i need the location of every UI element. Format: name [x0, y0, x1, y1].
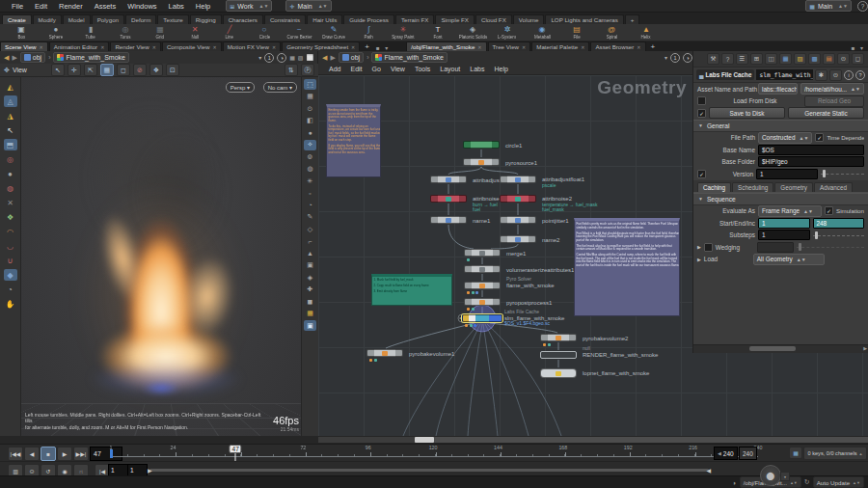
node-pyrobakevolume1[interactable]: pyrobakevolume1 — [366, 349, 403, 357]
display-option-icon-3[interactable]: ◧ — [304, 116, 316, 126]
shelf-tool-circle[interactable]: ○Circle — [247, 24, 282, 41]
node-attribadjustvector1[interactable]: attribadjustvector1 — [430, 176, 467, 183]
display-option-icon-12[interactable]: ◇ — [304, 224, 316, 234]
tab-material-palette[interactable]: Material Palette✕ — [531, 41, 589, 51]
refresh-icon[interactable]: ↻ — [804, 478, 810, 486]
display-option-icon-5[interactable]: ✧ — [304, 140, 316, 150]
tab-composite-view[interactable]: Composite View✕ — [162, 41, 222, 51]
tab--obj-flame-with-smoke[interactable]: /obj/Flame_with_Smoke✕ — [406, 41, 486, 51]
substeps-slider[interactable] — [813, 231, 864, 239]
menu-edit[interactable]: Edit — [29, 2, 53, 11]
range-start-marker[interactable] — [110, 449, 113, 458]
node-pyropostprocess1[interactable]: pyropostprocess1 — [464, 298, 501, 306]
scene-tool-icon-6[interactable]: ● — [4, 168, 17, 179]
net-menu-labs[interactable]: Labs — [465, 66, 489, 72]
scene-tool-icon-5[interactable]: ◎ — [4, 153, 17, 165]
info-icon[interactable]: i — [844, 70, 854, 80]
shelf-tool-draw-curve[interactable]: ✎Draw Curve — [316, 24, 351, 41]
expand-icon[interactable]: ◻ — [852, 53, 864, 65]
scene-tool-icon-14[interactable]: ◔ — [4, 284, 17, 295]
sticky-note-1[interactable]: 1. Mask fuel field by fuel_mask2. Copy r… — [371, 274, 452, 306]
new-tab-button-right[interactable]: + — [647, 42, 660, 51]
frame-end-field[interactable]: ◀240 — [714, 447, 738, 460]
node-volumerasterizeattributes1[interactable]: volumerasterizeattributes1 — [464, 265, 501, 273]
panel-split-icon[interactable]: ◫ — [765, 53, 777, 65]
save-to-disk-button[interactable]: Save to Disk — [709, 107, 785, 119]
timeline-ruler[interactable]: 47 124487296120144168192216240 — [111, 445, 758, 461]
select-objects-icon[interactable]: ↖ — [51, 64, 65, 76]
scene-tool-icon-4[interactable]: ⬒ — [4, 139, 17, 150]
shelf-tool-file[interactable]: ▤File — [559, 24, 594, 41]
display-option-icon-1[interactable]: ▦ — [304, 92, 316, 102]
shelf-tab-lop-lights-and-cameras[interactable]: LOP Lights and Cameras — [545, 14, 623, 24]
shelf-tool-grid[interactable]: ▦Grid — [143, 24, 177, 41]
scene-tool-icon-13[interactable]: ◆ — [4, 269, 17, 281]
back-icon[interactable]: ◀ — [4, 54, 9, 62]
path-node-chip[interactable]: Flame_with_Smoke — [53, 52, 128, 63]
handles-icon[interactable]: ⇱ — [84, 64, 97, 76]
perspective-selector[interactable]: Persp ▾ — [226, 82, 255, 93]
no-render-icon[interactable]: ⊘ — [133, 64, 147, 76]
reload-geometry-button[interactable]: Reload Geo — [804, 95, 864, 107]
forward-icon[interactable]: ▶ — [12, 54, 16, 62]
close-icon[interactable]: ✕ — [522, 44, 526, 50]
menu-labs[interactable]: Labs — [163, 2, 190, 11]
node-pyrobakevolume2[interactable]: pyrobakevolume2 — [540, 334, 577, 341]
simulation-checkbox[interactable]: ✓ — [825, 206, 833, 215]
net-back-icon[interactable]: ◀ — [322, 54, 327, 62]
scene-tool-icon-9[interactable]: ❖ — [4, 211, 17, 223]
net-badge-1-icon[interactable]: 1 — [670, 53, 680, 63]
key-button[interactable]: ⬤ — [760, 465, 781, 486]
scene-tool-icon-3[interactable]: ↖ — [4, 124, 17, 136]
shelf-tool-path[interactable]: ∫Path — [351, 24, 386, 41]
range-end-field[interactable]: 248 — [813, 218, 865, 229]
node-name-field[interactable]: slm_flame_with_smoke — [756, 69, 813, 80]
right-desktop-selector[interactable]: ▦Main▲▼ — [805, 0, 852, 12]
shelf-tool-null[interactable]: ✕Null — [177, 24, 212, 41]
node-merge1[interactable]: merge1 — [464, 249, 501, 257]
scene-tool-icon-8[interactable]: ✕ — [4, 197, 17, 208]
node-lopnet_flame_with_smoke[interactable]: lopnet_flame_with_smoke — [540, 368, 577, 378]
node-slm_flame_with_smoke[interactable]: Labs File Cacheslm_flame_with_smoke$OS_v… — [462, 314, 502, 322]
net-menu-edit[interactable]: Edit — [345, 66, 366, 72]
display-option-icon-4[interactable]: ● — [304, 127, 316, 138]
display-option-icon-6[interactable]: ⊚ — [304, 151, 316, 162]
shelf-tool-curve-bezier[interactable]: ~Curve Bezier — [282, 24, 316, 41]
display-option-icon-7[interactable]: ◍ — [304, 164, 316, 175]
evaluate-as-dropdown[interactable]: Frame Range▲▼ — [758, 205, 822, 217]
version-field[interactable]: 1 — [756, 169, 818, 179]
close-icon[interactable]: ✕ — [637, 44, 640, 50]
tab-motion-fx-view[interactable]: Motion FX View✕ — [223, 41, 281, 51]
shelf-tool-line[interactable]: ╱Line — [212, 24, 247, 41]
shelf-tool-box[interactable]: ▣Box — [4, 24, 39, 41]
node-attribadjustfloat1[interactable]: attribadjustfloat1pscale — [500, 176, 536, 183]
shelf-tab-+[interactable]: + — [625, 14, 640, 24]
close-icon[interactable]: ✕ — [100, 44, 104, 50]
search-icon[interactable]: ⊙ — [837, 53, 850, 65]
node-flame_with_smoke[interactable]: Pyro Solverflame_with_smoke — [464, 282, 501, 289]
auto-update-dropdown[interactable]: Auto Update▲▼ — [813, 476, 864, 488]
node-attribnoise1[interactable]: attribnoise1burn → fuelfuel — [430, 195, 467, 203]
save-checkbox[interactable]: ✓ — [697, 109, 706, 118]
param-hscrollbar[interactable]: ▶ — [693, 344, 868, 353]
shelf-tab-modify[interactable]: Modify — [33, 14, 62, 24]
display-option-icon-2[interactable]: ⊙ — [304, 103, 316, 114]
sequence-section-header[interactable]: ▼Sequence — [693, 193, 868, 205]
net-forward-icon[interactable]: ▶ — [330, 54, 335, 62]
go-start-button[interactable]: |◀◀ — [8, 447, 23, 461]
tab-animation-editor[interactable]: Animation Editor✕ — [49, 41, 110, 51]
shelf-tab-guide-process[interactable]: Guide Process — [343, 14, 394, 24]
pin-view-icon[interactable]: Ⓟ — [301, 64, 314, 76]
display-option-icon-20[interactable]: ▣ — [304, 320, 316, 331]
shelf-tool-helix[interactable]: ▲Helix — [629, 24, 664, 41]
scene-tool-icon-2[interactable]: ◮ — [4, 110, 17, 122]
new-tab-button[interactable]: + — [361, 42, 373, 51]
half-circle-icon[interactable]: ◑ — [277, 53, 286, 63]
white-square-icon[interactable]: ⬜ — [307, 54, 314, 61]
path-dropdown-icon[interactable]: ▾ — [258, 54, 261, 61]
net-path-root-chip[interactable]: obj — [339, 52, 364, 63]
scene-tool-icon-11[interactable]: ◡ — [4, 240, 17, 252]
keyframe-icon[interactable]: ▨ — [794, 53, 806, 65]
file-path-dropdown[interactable]: Constructed▲▼ — [758, 132, 812, 144]
shelf-tool-metaball[interactable]: ◉Metaball — [525, 24, 559, 41]
